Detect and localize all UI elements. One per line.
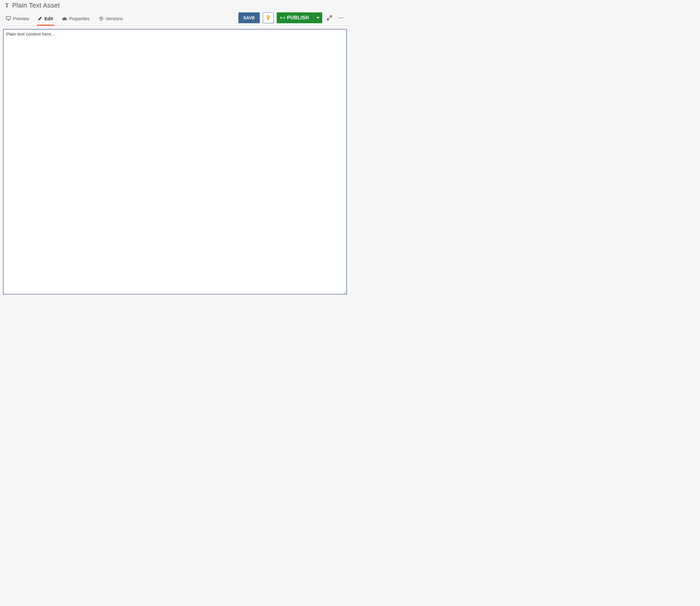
publish-button[interactable]: PUBLISH	[285, 15, 313, 21]
tab-preview[interactable]: Preview	[5, 13, 30, 26]
toolbar: Preview Edit Propertie	[0, 10, 350, 26]
svg-rect-4	[268, 19, 269, 20]
svg-point-10	[340, 17, 341, 18]
history-icon	[99, 16, 103, 21]
dots-icon	[338, 17, 344, 19]
lightbulb-icon	[266, 15, 271, 21]
tab-edit[interactable]: Edit	[37, 13, 54, 26]
toolbox-icon	[62, 17, 67, 21]
svg-point-6	[283, 18, 283, 18]
more-actions-button[interactable]	[337, 14, 345, 22]
save-button-label: SAVE	[243, 16, 255, 20]
header: T Plain Text Asset	[0, 0, 350, 10]
tabs: Preview Edit Propertie	[5, 13, 124, 25]
svg-rect-3	[63, 18, 67, 19]
tab-properties[interactable]: Properties	[61, 13, 91, 26]
page-title: Plain Text Asset	[12, 1, 60, 9]
editor-area	[0, 26, 350, 299]
actions: SAVE	[238, 13, 345, 26]
expand-icon	[327, 15, 332, 21]
tab-label: Preview	[13, 16, 29, 21]
plain-text-editor[interactable]	[3, 29, 347, 295]
publish-button-group: PUBLISH	[277, 13, 322, 23]
pencil-icon	[38, 16, 42, 21]
caret-down-icon	[316, 17, 319, 19]
publish-dropdown-button[interactable]	[313, 13, 322, 23]
asset-type-icon: T	[4, 2, 10, 9]
svg-rect-5	[268, 20, 268, 20]
svg-point-9	[339, 17, 339, 18]
tab-label: Versions	[105, 16, 123, 21]
svg-point-11	[342, 17, 343, 18]
expand-button[interactable]	[325, 14, 334, 22]
broadcast-icon	[280, 16, 285, 20]
hint-button[interactable]	[263, 13, 274, 23]
tab-versions[interactable]: Versions	[97, 13, 124, 26]
save-button[interactable]: SAVE	[238, 13, 260, 23]
svg-rect-0	[6, 17, 10, 19]
page: T Plain Text Asset Preview	[0, 0, 350, 303]
tab-label: Edit	[44, 16, 53, 21]
tab-label: Properties	[69, 16, 90, 21]
monitor-icon	[6, 16, 11, 21]
